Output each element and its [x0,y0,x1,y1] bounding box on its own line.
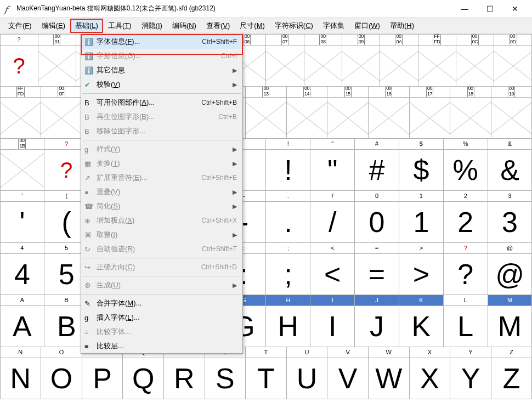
glyph-header[interactable]: L [443,295,488,306]
glyph-header[interactable]: ? [443,242,488,254]
glyph-cell[interactable]: ? [443,253,488,295]
glyph-cell[interactable]: ? [0,45,38,87]
glyph-header[interactable]: ? [0,34,38,46]
close-button[interactable]: ✕ [502,0,528,18]
glyph-header[interactable]: 2 [443,190,488,202]
glyph-cell[interactable] [286,97,328,139]
glyph-cell[interactable]: Y [450,358,491,399]
glyph-header[interactable]: / [310,190,355,202]
glyph-cell[interactable]: K [399,305,444,347]
glyph-header[interactable]: 000A [380,34,418,46]
menu-E[interactable]: 编辑(E) [37,19,70,33]
glyph-header[interactable]: X [409,347,451,358]
glyph-cell[interactable]: A [0,305,44,347]
menu-item-插入字体[interactable]: g插入字体(L)... [81,310,242,325]
glyph-cell[interactable]: . [265,201,310,243]
glyph-header[interactable]: 0 [354,190,399,202]
glyph-cell[interactable]: I [310,305,355,347]
glyph-header[interactable]: K [399,295,444,306]
glyph-header[interactable]: V [327,347,369,358]
glyph-header[interactable]: 1 [399,190,444,202]
menu-N[interactable]: 编码(N) [167,19,201,33]
glyph-header[interactable]: & [488,138,532,150]
glyph-header[interactable]: 0014 [286,86,328,98]
glyph-header[interactable]: 0015 [327,86,369,98]
glyph-header[interactable]: $ [399,138,444,150]
glyph-header[interactable]: FFFD [418,34,456,46]
glyph-header[interactable]: > [399,242,444,254]
glyph-cell[interactable] [494,45,532,87]
glyph-cell[interactable]: ' [0,201,44,243]
minimize-button[interactable]: — [452,0,477,18]
menu-H[interactable]: 帮助(H) [385,19,419,33]
menu-W[interactable]: 窗口(W) [349,19,385,33]
glyph-header[interactable]: FFFD [0,86,41,98]
glyph-cell[interactable]: / [310,201,355,243]
glyph-cell[interactable]: W [368,358,410,399]
glyph-header[interactable]: 0007 [265,34,304,46]
menu-item-可用位图部件[interactable]: B可用位图部件(A)...Ctrl+Shift+B [81,95,242,110]
glyph-header[interactable]: " [310,138,355,150]
glyph-cell[interactable] [245,97,287,139]
glyph-header[interactable]: 4 [0,242,44,254]
glyph-header[interactable]: = [354,242,399,254]
glyph-header[interactable]: J [354,295,399,306]
glyph-header[interactable]: 001B [0,138,44,150]
glyph-cell[interactable]: V [327,358,369,399]
glyph-cell[interactable]: Z [491,358,532,399]
glyph-header[interactable]: I [310,295,355,306]
glyph-cell[interactable]: R [163,358,205,399]
glyph-header[interactable]: 0017 [409,86,451,98]
menu-item-字体信息[interactable]: ℹ️字体信息(F)...Ctrl+Shift+F [81,35,242,49]
glyph-cell[interactable]: = [354,253,399,295]
glyph-cell[interactable] [0,149,44,191]
glyph-header[interactable]: Z [491,347,532,358]
glyph-cell[interactable]: 1 [399,201,444,243]
glyph-cell[interactable]: N [0,358,41,399]
glyph-cell[interactable] [304,45,342,87]
menu-L[interactable]: 基础(L) [70,19,103,33]
glyph-header[interactable]: A [0,295,44,306]
menu-item-校验[interactable]: ✔校验(V)▶ [81,77,242,92]
menu-item-合并字体[interactable]: ✎合并字体(M)... [81,296,242,310]
glyph-cell[interactable]: $ [399,149,444,191]
menu-item-比较层[interactable]: ≡比较层... [81,339,242,353]
glyph-header[interactable]: H [265,295,310,306]
glyph-header[interactable]: . [265,190,310,202]
menu-M[interactable]: 尺寸(M) [235,19,270,33]
glyph-cell[interactable] [342,45,380,87]
glyph-cell[interactable] [0,97,41,139]
glyph-header[interactable]: N [0,347,41,358]
menu-I[interactable]: 消隐(I) [137,19,167,33]
glyph-cell[interactable] [491,97,532,139]
glyph-header[interactable]: Y [450,347,491,358]
glyph-header[interactable]: % [443,138,488,150]
glyph-cell[interactable]: ; [265,253,310,295]
glyph-header[interactable]: 0001 [38,34,76,46]
glyph-cell[interactable]: M [488,305,532,347]
glyph-cell[interactable] [380,45,418,87]
glyph-cell[interactable] [41,97,82,139]
glyph-cell[interactable]: U [286,358,328,399]
glyph-header[interactable]: < [310,242,355,254]
glyph-cell[interactable] [265,45,304,87]
glyph-header[interactable]: M [488,295,532,306]
menu-F[interactable]: 文件(F) [3,19,37,33]
glyph-header[interactable]: 0013 [245,86,287,98]
glyph-header[interactable]: 000D [494,34,532,46]
glyph-cell[interactable]: H [265,305,310,347]
glyph-cell[interactable]: X [409,358,451,399]
glyph-header[interactable]: 000F [41,86,82,98]
glyph-cell[interactable]: 3 [488,201,532,243]
glyph-cell[interactable]: J [354,305,399,347]
menu-C[interactable]: 字符标识(C) [270,19,318,33]
maximize-button[interactable]: ☐ [477,0,502,18]
glyph-header[interactable]: @ [488,242,532,254]
glyph-cell[interactable]: Q [122,358,164,399]
glyph-cell[interactable]: P [82,358,123,399]
glyph-header[interactable]: 0009 [342,34,380,46]
menu-item-其它信息[interactable]: ℹ️其它信息▶ [81,63,242,77]
glyph-cell[interactable] [456,45,494,87]
glyph-cell[interactable] [38,45,76,87]
glyph-header[interactable]: 0008 [304,34,342,46]
